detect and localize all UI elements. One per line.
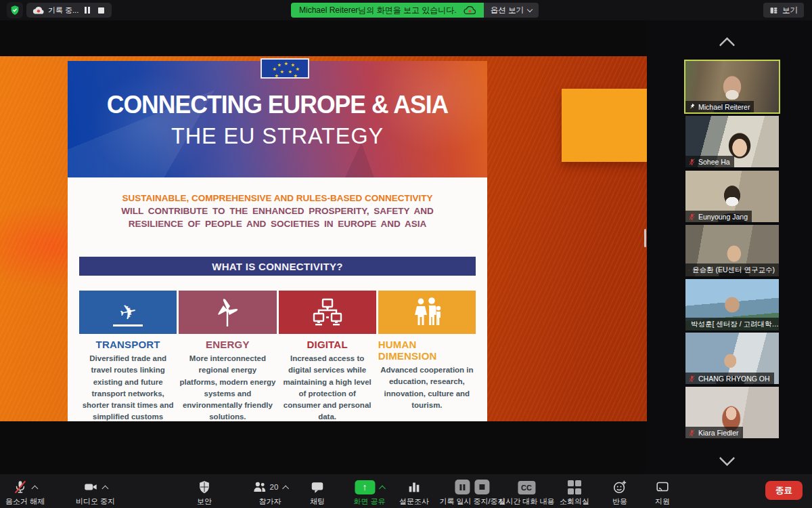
chat-bubble-icon xyxy=(310,480,325,494)
view-options-button[interactable]: 옵션 보기 xyxy=(484,3,539,18)
polls-button[interactable]: 설문조사 xyxy=(399,479,429,507)
end-meeting-button[interactable]: 종료 xyxy=(765,481,803,500)
pillar-title: TRANSPORT xyxy=(96,339,160,350)
participant-name: CHANG RHYONG OH xyxy=(698,375,770,383)
unmute-button[interactable]: 음소거 해제 xyxy=(5,479,45,507)
recording-label: 기록 중... xyxy=(48,5,78,16)
bar-chart-icon xyxy=(407,480,422,494)
view-layout-icon xyxy=(769,6,778,15)
stop-icon xyxy=(98,7,104,14)
scroll-up-chevron[interactable] xyxy=(719,37,735,53)
slide-body: SUSTAINABLE, COMPREHENSIVE AND RULES-BAS… xyxy=(68,177,487,421)
audio-options-chevron[interactable] xyxy=(32,485,39,492)
participants-button[interactable]: 20 참가자 xyxy=(252,479,288,507)
eu-flag-icon: ★★★ ★★ ★★ ★★ xyxy=(261,58,309,79)
participant-video[interactable]: Michael Reiterer xyxy=(685,61,779,112)
network-monitors-icon xyxy=(311,297,344,327)
remote-support-icon xyxy=(655,480,670,494)
pause-icon xyxy=(85,7,91,14)
smiley-plus-icon xyxy=(612,480,627,494)
airplane-icon: ✈ xyxy=(118,301,139,324)
chat-button[interactable]: 채팅 xyxy=(310,479,325,507)
stop-recording-icon[interactable] xyxy=(474,480,489,494)
slide-subtitle: THE EU STRATEGY xyxy=(72,123,483,149)
muted-mic-icon xyxy=(688,429,696,437)
participant-video[interactable]: 박성훈[ 센터장 / 고려대학… xyxy=(685,279,779,331)
participants-panel: Michael Reiterer Sohee Ha Eunyoung xyxy=(647,20,812,474)
live-transcript-button[interactable]: CC 실시간 대화 내용 xyxy=(498,479,554,507)
participant-video[interactable]: Sohee Ha xyxy=(685,116,779,167)
security-shield-icon xyxy=(197,480,212,494)
screen-share-banner: Michael Reiterer님의 화면을 보고 있습니다. 옵션 보기 xyxy=(291,3,539,18)
pillar-description: Increased access to digital services whi… xyxy=(279,353,376,421)
pillar-title: HUMAN DIMENSION xyxy=(378,339,476,362)
stop-recording-button[interactable] xyxy=(96,5,106,15)
pillar-description: More interconnected regional energy plat… xyxy=(179,353,276,421)
video-camera-icon xyxy=(83,480,98,494)
pause-recording-button[interactable] xyxy=(83,5,92,15)
pillar-energy: ENERGY More interconnected regional ener… xyxy=(179,291,276,421)
scrollbar[interactable] xyxy=(644,229,646,247)
slide-header: ★★★ ★★ ★★ ★★ CONNECTING EUROPE & ASIA TH… xyxy=(68,61,487,177)
pillar-human-dimension: HUMAN DIMENSION Advanced cooperation in … xyxy=(378,291,476,421)
chevron-down-icon xyxy=(527,6,533,12)
pillar-description: Advanced cooperation in education, resea… xyxy=(378,364,476,411)
participant-video[interactable]: Kiara Fiedler xyxy=(685,387,779,438)
share-options-chevron[interactable] xyxy=(379,485,386,492)
section-header: WHAT IS CONNECTIVITY? xyxy=(79,257,476,276)
cloud-recording-icon xyxy=(32,6,44,15)
participant-name: Kiara Fiedler xyxy=(698,429,739,437)
zoom-meeting-window: 기록 중... Michael Reiterer님의 화면을 보고 있습니다. … xyxy=(0,0,812,508)
closed-caption-icon: CC xyxy=(518,481,535,494)
pillar-title: DIGITAL xyxy=(307,339,347,350)
meeting-toolbar: 음소거 해제 비디오 중지 보안 xyxy=(0,474,812,508)
pin-icon xyxy=(688,103,696,110)
participant-video[interactable]: CHANG RHYONG OH xyxy=(685,333,779,384)
participant-name: Eunyoung Jang xyxy=(698,213,748,221)
security-button[interactable]: 보안 xyxy=(197,479,212,507)
breakout-grid-icon xyxy=(568,480,582,494)
pause-recording-icon[interactable] xyxy=(455,480,470,494)
participants-options-chevron[interactable] xyxy=(282,485,289,492)
video-options-chevron[interactable] xyxy=(102,485,109,492)
participant-name: Michael Reiterer xyxy=(698,103,750,111)
pillar-transport: ✈ TRANSPORT Diversified trade and travel… xyxy=(79,291,177,421)
wind-turbine-icon xyxy=(214,297,241,328)
view-button[interactable]: 보기 xyxy=(763,3,804,18)
slide-decor-rectangle xyxy=(562,89,647,162)
muted-mic-icon xyxy=(688,213,696,221)
family-icon xyxy=(411,297,443,328)
reactions-button[interactable]: 반응 xyxy=(612,479,627,507)
shield-check-icon xyxy=(9,5,20,16)
pillar-description: Diversified trade and travel routes link… xyxy=(79,353,177,421)
banner-message: Michael Reiterer님의 화면을 보고 있습니다. xyxy=(299,5,457,16)
share-screen-button[interactable]: ↑ 화면 공유 xyxy=(353,479,385,507)
participant-name: 박성훈[ 센터장 / 고려대학… xyxy=(691,320,779,329)
support-button[interactable]: 지원 xyxy=(655,479,670,507)
pillar-title: ENERGY xyxy=(206,339,250,350)
intro-line: SUSTAINABLE, COMPREHENSIVE AND RULES-BAS… xyxy=(87,192,468,205)
breakout-rooms-button[interactable]: 소회의실 xyxy=(560,479,589,507)
muted-mic-icon xyxy=(688,158,696,166)
encryption-shield-button[interactable] xyxy=(7,2,23,18)
stop-video-button[interactable]: 비디오 중지 xyxy=(76,479,115,507)
recording-indicator: 기록 중... xyxy=(26,3,112,18)
muted-mic-icon xyxy=(13,480,28,494)
participant-video[interactable]: Eunyoung Jang xyxy=(685,171,779,222)
top-bar: 기록 중... Michael Reiterer님의 화면을 보고 있습니다. … xyxy=(0,0,812,20)
pillar-columns: ✈ TRANSPORT Diversified trade and travel… xyxy=(79,291,476,421)
shared-screen-area: ★★★ ★★ ★★ ★★ CONNECTING EUROPE & ASIA TH… xyxy=(0,20,647,474)
intro-line: RESILIENCE OF PEOPLE AND SOCIETIES IN EU… xyxy=(87,217,468,230)
muted-mic-icon xyxy=(688,266,690,274)
airplane-underline xyxy=(113,324,143,326)
participant-count: 20 xyxy=(270,483,279,491)
recording-control-buttons[interactable]: 기록 일시 중지/중지 xyxy=(439,479,505,507)
muted-mic-icon xyxy=(688,375,696,383)
intro-line: WILL CONTRIBUTE TO THE ENHANCED PROSPERI… xyxy=(87,205,468,217)
cloud-recording-icon xyxy=(464,6,476,15)
participant-video[interactable]: 윤승환 (EU센터 연구교수) xyxy=(685,225,779,276)
slide-intro: SUSTAINABLE, COMPREHENSIVE AND RULES-BAS… xyxy=(87,192,468,230)
scroll-down-chevron[interactable] xyxy=(719,450,735,466)
presentation-slide: ★★★ ★★ ★★ ★★ CONNECTING EUROPE & ASIA TH… xyxy=(0,56,647,421)
participant-name: 윤승환 (EU센터 연구교수) xyxy=(692,266,775,275)
